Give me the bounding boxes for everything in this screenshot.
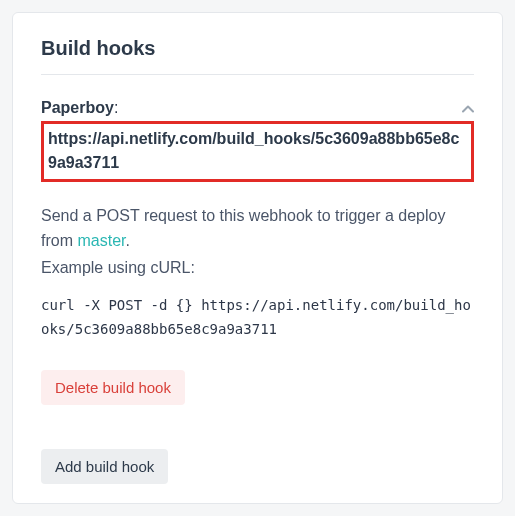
example-label: Example using cURL: (41, 256, 474, 281)
hook-header: Paperboy: (41, 99, 474, 117)
curl-example: curl -X POST -d {} https://api.netlify.c… (41, 294, 474, 342)
delete-build-hook-button[interactable]: Delete build hook (41, 370, 185, 405)
section-title: Build hooks (41, 37, 474, 60)
branch-link[interactable]: master (77, 232, 125, 249)
divider (41, 74, 474, 75)
hook-name: Paperboy (41, 99, 114, 116)
add-build-hook-button[interactable]: Add build hook (41, 449, 168, 484)
chevron-up-icon[interactable] (462, 99, 474, 115)
hook-url: https://api.netlify.com/build_hooks/5c36… (41, 121, 474, 182)
hook-desc-suffix: . (125, 232, 129, 249)
hook-name-line: Paperboy: (41, 99, 118, 117)
hook-description: Send a POST request to this webhook to t… (41, 204, 474, 254)
build-hooks-card: Build hooks Paperboy: https://api.netlif… (12, 12, 503, 504)
hook-name-colon: : (114, 99, 118, 116)
